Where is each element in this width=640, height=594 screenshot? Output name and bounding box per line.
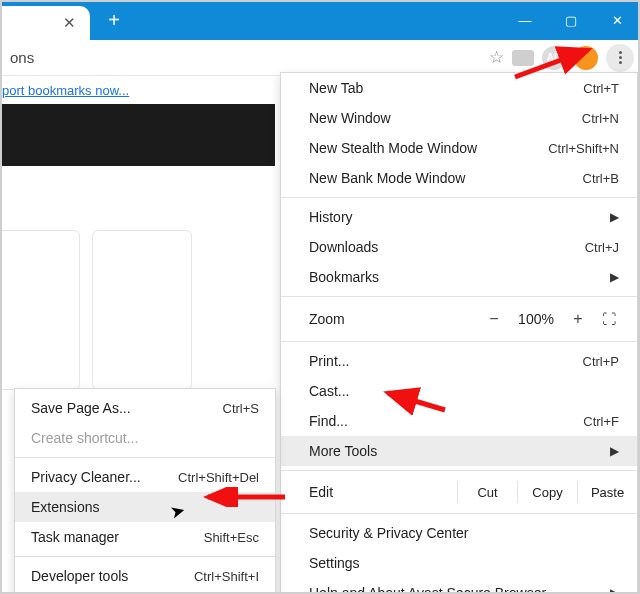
page-cards bbox=[0, 230, 192, 390]
submenu-save-page[interactable]: Save Page As...Ctrl+S bbox=[15, 393, 275, 423]
menu-separator bbox=[281, 296, 637, 297]
browser-tab[interactable]: ✕ bbox=[0, 6, 90, 40]
zoom-out-button[interactable]: − bbox=[477, 310, 511, 328]
menu-zoom: Zoom − 100% + ⛶ bbox=[281, 301, 637, 337]
maximize-button[interactable]: ▢ bbox=[548, 0, 594, 40]
window-titlebar: ✕ + — ▢ ✕ bbox=[0, 0, 640, 40]
chevron-right-icon: ▶ bbox=[610, 586, 619, 594]
submenu-privacy-cleaner[interactable]: Privacy Cleaner...Ctrl+Shift+Del bbox=[15, 462, 275, 492]
submenu-developer-tools[interactable]: Developer toolsCtrl+Shift+I bbox=[15, 561, 275, 591]
menu-new-stealth[interactable]: New Stealth Mode WindowCtrl+Shift+N bbox=[281, 133, 637, 163]
menu-separator bbox=[281, 341, 637, 342]
menu-separator bbox=[281, 470, 637, 471]
submenu-create-shortcut: Create shortcut... bbox=[15, 423, 275, 453]
edit-label: Edit bbox=[309, 484, 457, 500]
minimize-button[interactable]: — bbox=[502, 0, 548, 40]
more-tools-submenu: Save Page As...Ctrl+S Create shortcut...… bbox=[14, 388, 276, 594]
menu-new-window[interactable]: New WindowCtrl+N bbox=[281, 103, 637, 133]
chevron-right-icon: ▶ bbox=[610, 210, 619, 224]
zoom-label: Zoom bbox=[309, 311, 477, 327]
edit-copy-button[interactable]: Copy bbox=[517, 481, 577, 503]
menu-settings[interactable]: Settings bbox=[281, 548, 637, 578]
card bbox=[92, 230, 192, 390]
submenu-task-manager[interactable]: Task managerShift+Esc bbox=[15, 522, 275, 552]
address-bar: ons ☆ AD bbox=[0, 40, 640, 76]
menu-separator bbox=[15, 556, 275, 557]
chevron-right-icon: ▶ bbox=[610, 444, 619, 458]
submenu-extensions[interactable]: Extensions bbox=[15, 492, 275, 522]
menu-history[interactable]: History▶ bbox=[281, 202, 637, 232]
menu-more-tools[interactable]: More Tools▶ bbox=[281, 436, 637, 466]
menu-find[interactable]: Find...Ctrl+F bbox=[281, 406, 637, 436]
menu-separator bbox=[281, 197, 637, 198]
close-window-button[interactable]: ✕ bbox=[594, 0, 640, 40]
bookmark-star-icon[interactable]: ☆ bbox=[489, 47, 504, 68]
chevron-right-icon: ▶ bbox=[610, 270, 619, 284]
import-bookmarks-link[interactable]: port bookmarks now... bbox=[2, 83, 129, 98]
menu-new-tab[interactable]: New TabCtrl+T bbox=[281, 73, 637, 103]
new-tab-button[interactable]: + bbox=[100, 6, 128, 34]
menu-new-bank[interactable]: New Bank Mode WindowCtrl+B bbox=[281, 163, 637, 193]
close-tab-icon[interactable]: ✕ bbox=[63, 14, 76, 32]
card bbox=[0, 230, 80, 390]
menu-separator bbox=[281, 513, 637, 514]
avast-icon[interactable] bbox=[574, 46, 598, 70]
main-menu: New TabCtrl+T New WindowCtrl+N New Steal… bbox=[280, 72, 638, 594]
camera-icon[interactable] bbox=[512, 50, 534, 66]
page-header-band bbox=[0, 104, 275, 166]
menu-edit: Edit Cut Copy Paste bbox=[281, 475, 637, 509]
menu-downloads[interactable]: DownloadsCtrl+J bbox=[281, 232, 637, 262]
menu-help[interactable]: Help and About Avast Secure Browser▶ bbox=[281, 578, 637, 594]
edit-cut-button[interactable]: Cut bbox=[457, 481, 517, 503]
url-field[interactable]: ons bbox=[6, 49, 489, 66]
zoom-in-button[interactable]: + bbox=[561, 310, 595, 328]
fullscreen-icon[interactable]: ⛶ bbox=[595, 311, 623, 327]
adblock-icon[interactable]: AD bbox=[542, 46, 566, 70]
menu-cast[interactable]: Cast... bbox=[281, 376, 637, 406]
menu-security[interactable]: Security & Privacy Center bbox=[281, 518, 637, 548]
menu-separator bbox=[15, 457, 275, 458]
main-menu-button[interactable] bbox=[606, 44, 634, 72]
edit-paste-button[interactable]: Paste bbox=[577, 481, 637, 503]
menu-bookmarks[interactable]: Bookmarks▶ bbox=[281, 262, 637, 292]
menu-print[interactable]: Print...Ctrl+P bbox=[281, 346, 637, 376]
zoom-percent: 100% bbox=[511, 311, 561, 327]
